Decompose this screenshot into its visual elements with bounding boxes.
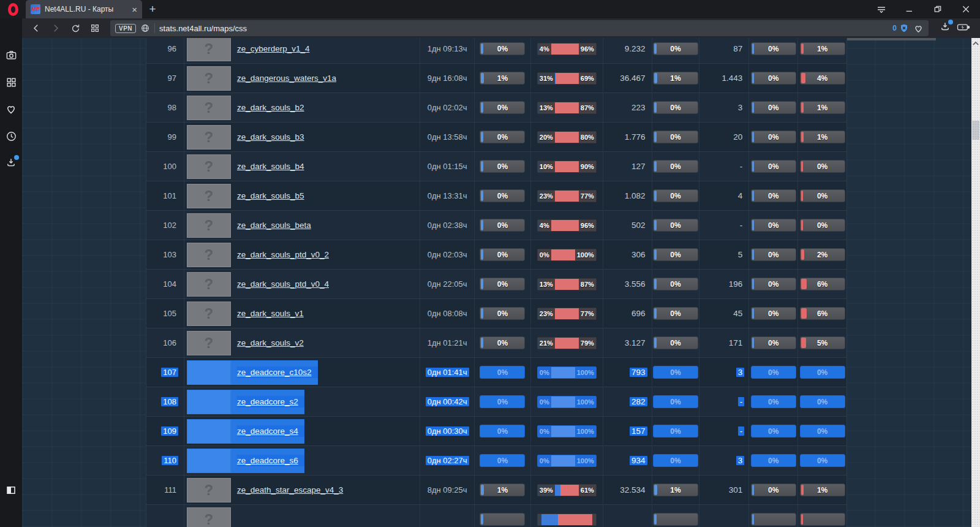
winratio-bar: 10% 90% <box>537 161 597 173</box>
table-row[interactable]: 100 ? ze_dark_souls_b4 0дн 01:15ч 0% 10%… <box>146 152 846 181</box>
stat-badge-cell-2: 0% <box>652 387 700 416</box>
table-row[interactable]: ? <box>146 505 846 527</box>
bar-left-label: 0% <box>538 455 551 466</box>
map-link[interactable]: ze_dark_souls_b3 <box>237 131 308 143</box>
map-name-wrap: ? ze_dark_souls_ptd_v0_4 <box>187 272 333 297</box>
stat-badge-2: 0% <box>653 366 698 379</box>
secondary-count: - <box>738 221 745 230</box>
table-row[interactable]: 110 ? ze_deadcore_s6 0дн 02:27ч 0% 0% 10… <box>146 446 846 476</box>
total-count-cell: 127 <box>603 152 652 181</box>
table-row[interactable]: 109 ? ze_deadcore_s4 0дн 00:30ч 0% 0% 10… <box>146 417 846 446</box>
restore-button[interactable] <box>924 0 952 18</box>
winratio-bar-cell <box>531 505 603 527</box>
bar-right-label: 100% <box>575 249 596 260</box>
total-count-cell: 282 <box>603 387 652 416</box>
map-link[interactable]: ze_dangerous_waters_v1a <box>237 72 340 84</box>
table-row[interactable]: 104 ? ze_dark_souls_ptd_v0_4 0дн 22:05ч … <box>146 270 846 299</box>
map-link[interactable]: ze_dark_souls_b5 <box>237 190 308 202</box>
row-number: 98 <box>165 103 178 112</box>
secondary-count: 87 <box>731 44 744 53</box>
vpn-badge[interactable]: VPN <box>115 24 136 33</box>
map-link[interactable]: ze_deadcore_s4 <box>237 425 304 437</box>
map-link[interactable]: ze_dark_souls_ptd_v0_4 <box>237 278 333 290</box>
reload-button[interactable] <box>66 20 85 36</box>
url-text[interactable]: stats.net4all.ru/maps/css <box>159 24 888 33</box>
map-link[interactable]: ze_cyberderp_v1_4 <box>237 43 314 55</box>
stat-badge-cell-4: 6% <box>798 270 846 298</box>
table-row[interactable]: 106 ? ze_dark_souls_v2 1дн 01:21ч 0% 21%… <box>146 328 846 358</box>
table-row[interactable]: 107 ? ze_deadcore_c10s2 0дн 01:41ч 0% 0%… <box>146 358 846 387</box>
map-link[interactable]: ze_death_star_escape_v4_3 <box>237 484 347 496</box>
stat-badge-1 <box>480 513 525 526</box>
table-row[interactable]: 111 ? ze_death_star_escape_v4_3 8дн 09:2… <box>146 476 846 505</box>
map-link[interactable]: ze_deadcore_s6 <box>237 455 304 466</box>
row-number: 111 <box>162 485 178 495</box>
table-row[interactable]: 96 ? ze_cyberderp_v1_4 1дн 09:13ч 0% 4% … <box>146 38 846 64</box>
browser-tab[interactable]: ME Net4ALL.RU - Карты × <box>26 0 142 18</box>
secondary-count: 3 <box>736 368 745 377</box>
table-row[interactable]: 99 ? ze_dark_souls_b3 0дн 13:58ч 0% 20% … <box>146 123 846 152</box>
map-link[interactable]: ze_dark_souls_ptd_v0_2 <box>237 249 333 260</box>
speed-dial-button[interactable] <box>86 20 104 36</box>
new-tab-button[interactable]: + <box>142 0 163 18</box>
map-link[interactable]: ze_dark_souls_v2 <box>237 337 307 349</box>
bookmark-heart-icon[interactable] <box>913 23 924 34</box>
winratio-bar: 0% 100% <box>537 366 597 379</box>
bar-left-label: 0% <box>538 396 551 408</box>
bookmarks-heart-icon[interactable] <box>0 96 22 123</box>
map-name-wrap: ? ze_deadcore_s4 <box>187 419 304 444</box>
bar-right-label: 87% <box>579 279 596 290</box>
secondary-count-cell: - <box>699 211 749 240</box>
stat-badge-cell-3: 0% <box>749 211 798 240</box>
playtime-cell: 0дн 22:05ч <box>420 270 475 298</box>
row-number-cell: 102 <box>146 211 184 240</box>
snapshot-camera-icon[interactable] <box>0 42 22 69</box>
secondary-count: 301 <box>727 485 745 495</box>
map-link[interactable]: ze_dark_souls_v1 <box>237 308 307 319</box>
battery-saver-button[interactable] <box>957 22 970 34</box>
map-link[interactable]: ze_dark_souls_beta <box>237 219 315 231</box>
address-toolbar: VPN stats.net4all.ru/maps/css 0 <box>22 18 980 38</box>
address-field[interactable]: VPN stats.net4all.ru/maps/css 0 <box>110 20 929 36</box>
stat-badge-4: 0% <box>800 189 845 202</box>
table-row[interactable]: 97 ? ze_dangerous_waters_v1a 9дн 16:08ч … <box>146 64 846 93</box>
stat-badge-cell-4: 1% <box>798 123 846 151</box>
scrollbar-thumb[interactable] <box>972 121 979 140</box>
row-number-cell: 105 <box>146 299 184 328</box>
downloads-button[interactable] <box>940 21 951 35</box>
scrollbar-up-arrow[interactable] <box>971 38 980 48</box>
stat-badge-cell-4: 0% <box>798 181 846 210</box>
map-link[interactable]: ze_dark_souls_b4 <box>237 161 308 172</box>
table-row[interactable]: 101 ? ze_dark_souls_b5 0дн 13:31ч 0% 23%… <box>146 181 846 211</box>
table-row[interactable]: 103 ? ze_dark_souls_ptd_v0_2 0дн 02:03ч … <box>146 240 846 270</box>
tab-search-icon[interactable] <box>867 0 895 18</box>
forward-button[interactable] <box>47 20 65 36</box>
row-number: 96 <box>165 44 178 53</box>
speed-dial-sidebar-icon[interactable] <box>0 69 22 96</box>
table-row[interactable]: 108 ? ze_deadcore_s2 0дн 00:42ч 0% 0% 10… <box>146 387 846 417</box>
history-clock-icon[interactable] <box>0 123 22 150</box>
vertical-scrollbar[interactable] <box>971 38 980 527</box>
table-row[interactable]: 98 ? ze_dark_souls_b2 0дн 02:02ч 0% 13% … <box>146 93 846 123</box>
downloads-sidebar-icon[interactable] <box>0 150 22 176</box>
secondary-count-cell: 45 <box>699 299 749 328</box>
stat-badge-cell-2: 0% <box>652 93 700 122</box>
opera-menu-button[interactable] <box>0 0 26 18</box>
map-thumbnail: ? <box>187 243 231 267</box>
stat-badge-cell-3: 0% <box>749 123 798 151</box>
total-count-cell: 502 <box>603 211 652 240</box>
map-link[interactable]: ze_dark_souls_b2 <box>237 102 308 113</box>
back-button[interactable] <box>27 20 45 36</box>
tab-close-icon[interactable]: × <box>132 5 137 14</box>
secondary-count: 3 <box>736 456 745 465</box>
table-row[interactable]: 105 ? ze_dark_souls_v1 0дн 08:08ч 0% 23%… <box>146 299 846 328</box>
map-link[interactable]: ze_deadcore_s2 <box>237 396 304 408</box>
bar-right-label: 79% <box>579 338 596 349</box>
map-link[interactable]: ze_deadcore_c10s2 <box>237 366 318 378</box>
adblock-indicator[interactable]: 0 <box>892 23 909 33</box>
panel-toggle-icon[interactable] <box>0 477 22 504</box>
close-window-button[interactable] <box>952 0 980 18</box>
table-row[interactable]: 102 ? ze_dark_souls_beta 0дн 02:38ч 0% 4… <box>146 211 846 240</box>
minimize-button[interactable] <box>895 0 924 18</box>
bar-left-label: 39% <box>538 485 555 496</box>
